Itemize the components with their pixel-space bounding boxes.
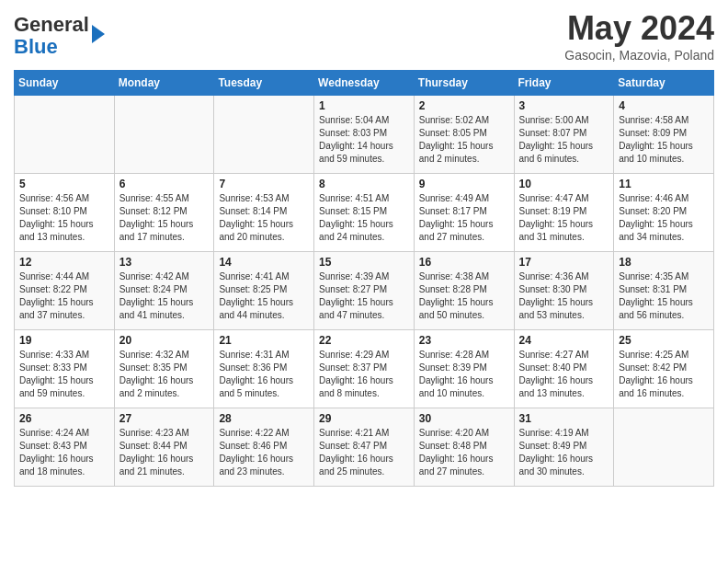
day-info: Sunrise: 4:21 AM Sunset: 8:47 PM Dayligh… [319,427,409,478]
calendar-cell: 7Sunrise: 4:53 AM Sunset: 8:14 PM Daylig… [214,174,314,252]
day-number: 21 [219,334,309,347]
week-row-4: 19Sunrise: 4:33 AM Sunset: 8:33 PM Dayli… [15,330,714,408]
calendar-cell: 26Sunrise: 4:24 AM Sunset: 8:43 PM Dayli… [15,408,115,487]
calendar-cell: 10Sunrise: 4:47 AM Sunset: 8:19 PM Dayli… [514,174,614,252]
calendar-cell: 23Sunrise: 4:28 AM Sunset: 8:39 PM Dayli… [414,330,514,408]
calendar-cell: 4Sunrise: 4:58 AM Sunset: 8:09 PM Daylig… [614,96,714,174]
day-info: Sunrise: 4:51 AM Sunset: 8:15 PM Dayligh… [319,192,409,244]
day-number: 7 [219,178,309,190]
day-info: Sunrise: 4:19 AM Sunset: 8:49 PM Dayligh… [519,427,609,478]
calendar-cell: 25Sunrise: 4:25 AM Sunset: 8:42 PM Dayli… [614,330,714,408]
col-header-saturday: Saturday [614,71,714,96]
col-header-tuesday: Tuesday [214,71,314,96]
day-info: Sunrise: 4:46 AM Sunset: 8:20 PM Dayligh… [619,192,709,244]
calendar-cell: 30Sunrise: 4:20 AM Sunset: 8:48 PM Dayli… [414,408,514,487]
calendar-cell [15,96,115,174]
week-row-3: 12Sunrise: 4:44 AM Sunset: 8:22 PM Dayli… [15,252,714,330]
day-info: Sunrise: 4:53 AM Sunset: 8:14 PM Dayligh… [219,192,309,244]
day-number: 29 [319,412,409,425]
day-number: 4 [619,99,709,112]
day-info: Sunrise: 4:31 AM Sunset: 8:36 PM Dayligh… [219,349,309,400]
day-info: Sunrise: 4:32 AM Sunset: 8:35 PM Dayligh… [119,349,210,400]
main-title: May 2024 [564,9,714,48]
day-info: Sunrise: 4:29 AM Sunset: 8:37 PM Dayligh… [319,349,409,400]
logo-arrow-icon [92,25,105,43]
calendar-cell: 29Sunrise: 4:21 AM Sunset: 8:47 PM Dayli… [314,408,415,487]
day-info: Sunrise: 4:56 AM Sunset: 8:10 PM Dayligh… [19,192,109,244]
day-number: 2 [419,99,509,112]
col-header-monday: Monday [114,71,214,96]
day-info: Sunrise: 4:44 AM Sunset: 8:22 PM Dayligh… [19,270,109,322]
calendar-cell: 9Sunrise: 4:49 AM Sunset: 8:17 PM Daylig… [414,174,514,252]
calendar-cell: 16Sunrise: 4:38 AM Sunset: 8:28 PM Dayli… [414,252,514,330]
calendar-cell: 22Sunrise: 4:29 AM Sunset: 8:37 PM Dayli… [314,330,415,408]
day-number: 16 [419,256,509,269]
day-number: 9 [419,178,509,190]
day-number: 24 [519,334,609,347]
day-info: Sunrise: 5:04 AM Sunset: 8:03 PM Dayligh… [319,114,409,166]
col-header-friday: Friday [514,71,614,96]
calendar-cell: 6Sunrise: 4:55 AM Sunset: 8:12 PM Daylig… [114,174,214,252]
calendar-cell: 17Sunrise: 4:36 AM Sunset: 8:30 PM Dayli… [514,252,614,330]
day-number: 22 [319,334,409,347]
day-number: 18 [619,256,709,269]
calendar-cell: 24Sunrise: 4:27 AM Sunset: 8:40 PM Dayli… [514,330,614,408]
calendar-cell: 12Sunrise: 4:44 AM Sunset: 8:22 PM Dayli… [15,252,115,330]
week-row-1: 1Sunrise: 5:04 AM Sunset: 8:03 PM Daylig… [15,96,714,174]
calendar-cell: 28Sunrise: 4:22 AM Sunset: 8:46 PM Dayli… [214,408,314,487]
day-number: 12 [19,256,109,269]
day-number: 1 [319,99,409,112]
day-number: 26 [19,412,109,425]
day-number: 19 [19,334,109,347]
header-row: SundayMondayTuesdayWednesdayThursdayFrid… [15,71,714,96]
day-info: Sunrise: 4:58 AM Sunset: 8:09 PM Dayligh… [619,114,709,166]
logo: General Blue [14,14,105,58]
calendar-cell: 20Sunrise: 4:32 AM Sunset: 8:35 PM Dayli… [114,330,214,408]
day-info: Sunrise: 4:36 AM Sunset: 8:30 PM Dayligh… [519,270,609,322]
day-number: 13 [119,256,210,269]
col-header-sunday: Sunday [15,71,115,96]
day-info: Sunrise: 4:41 AM Sunset: 8:25 PM Dayligh… [219,270,309,322]
calendar-cell: 3Sunrise: 5:00 AM Sunset: 8:07 PM Daylig… [514,96,614,174]
logo-general: General [14,13,89,36]
col-header-wednesday: Wednesday [314,71,415,96]
day-info: Sunrise: 5:02 AM Sunset: 8:05 PM Dayligh… [419,114,509,166]
calendar-cell: 13Sunrise: 4:42 AM Sunset: 8:24 PM Dayli… [114,252,214,330]
calendar-cell: 11Sunrise: 4:46 AM Sunset: 8:20 PM Dayli… [614,174,714,252]
day-number: 28 [219,412,309,425]
day-info: Sunrise: 4:20 AM Sunset: 8:48 PM Dayligh… [419,427,509,478]
day-info: Sunrise: 4:39 AM Sunset: 8:27 PM Dayligh… [319,270,409,322]
day-info: Sunrise: 4:42 AM Sunset: 8:24 PM Dayligh… [119,270,210,322]
calendar-table: SundayMondayTuesdayWednesdayThursdayFrid… [14,70,714,487]
week-row-2: 5Sunrise: 4:56 AM Sunset: 8:10 PM Daylig… [15,174,714,252]
subtitle: Gasocin, Mazovia, Poland [564,48,714,63]
day-number: 3 [519,99,609,112]
day-info: Sunrise: 4:24 AM Sunset: 8:43 PM Dayligh… [19,427,109,478]
day-number: 23 [419,334,509,347]
page-header: General Blue May 2024 Gasocin, Mazovia, … [14,9,714,63]
day-number: 15 [319,256,409,269]
day-number: 10 [519,178,609,190]
calendar-cell: 19Sunrise: 4:33 AM Sunset: 8:33 PM Dayli… [15,330,115,408]
day-number: 20 [119,334,210,347]
day-info: Sunrise: 4:23 AM Sunset: 8:44 PM Dayligh… [119,427,210,478]
week-row-5: 26Sunrise: 4:24 AM Sunset: 8:43 PM Dayli… [15,408,714,487]
day-number: 14 [219,256,309,269]
calendar-cell: 31Sunrise: 4:19 AM Sunset: 8:49 PM Dayli… [514,408,614,487]
day-number: 27 [119,412,210,425]
logo-blue: Blue [14,35,58,58]
col-header-thursday: Thursday [414,71,514,96]
calendar-cell: 5Sunrise: 4:56 AM Sunset: 8:10 PM Daylig… [15,174,115,252]
day-number: 6 [119,178,210,190]
day-number: 31 [519,412,609,425]
day-info: Sunrise: 4:35 AM Sunset: 8:31 PM Dayligh… [619,270,709,322]
day-info: Sunrise: 5:00 AM Sunset: 8:07 PM Dayligh… [519,114,609,166]
title-block: May 2024 Gasocin, Mazovia, Poland [564,9,714,63]
calendar-cell [114,96,214,174]
day-number: 30 [419,412,509,425]
day-info: Sunrise: 4:33 AM Sunset: 8:33 PM Dayligh… [19,349,109,400]
calendar-cell: 1Sunrise: 5:04 AM Sunset: 8:03 PM Daylig… [314,96,415,174]
day-info: Sunrise: 4:38 AM Sunset: 8:28 PM Dayligh… [419,270,509,322]
day-info: Sunrise: 4:28 AM Sunset: 8:39 PM Dayligh… [419,349,509,400]
day-number: 8 [319,178,409,190]
